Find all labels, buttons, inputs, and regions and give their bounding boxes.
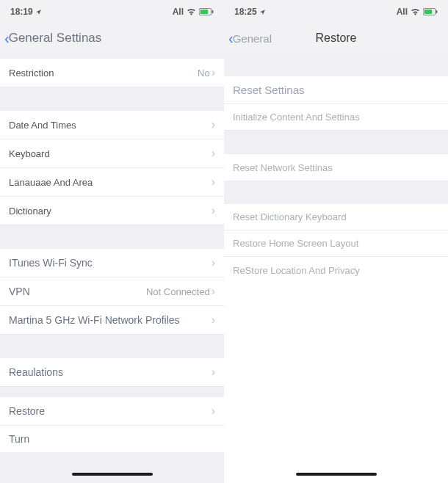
chevron-right-icon: › xyxy=(212,66,215,79)
right-phone: 18:25 All ‹ General Restore Reset Settin… xyxy=(224,0,448,483)
chevron-right-icon: › xyxy=(212,404,215,418)
row-label: Turn xyxy=(9,433,29,445)
row-label: Reaulations xyxy=(9,366,63,378)
row-vpn[interactable]: VPN Not Connected › xyxy=(0,277,224,306)
row-reset-network[interactable]: Reset Network Settinas xyxy=(224,154,448,181)
chevron-right-icon: › xyxy=(212,175,215,189)
nav-title: General Settinas xyxy=(9,31,102,46)
row-label: Restriction xyxy=(9,68,54,79)
row-datetime[interactable]: Date And Times › xyxy=(0,111,224,139)
row-label: Reset Network Settinas xyxy=(233,162,333,173)
row-label: Date And Times xyxy=(9,120,76,131)
row-itunes-sync[interactable]: ITunes Wi-Fi Sync › xyxy=(0,249,224,277)
chevron-right-icon: › xyxy=(212,256,215,269)
chevron-right-icon: › xyxy=(212,313,215,327)
row-label: Lanauaae And Area xyxy=(9,177,93,188)
left-phone: 18:19 All ‹ General Settinas Restriction… xyxy=(0,0,224,483)
battery-icon xyxy=(423,8,438,15)
wifi-icon xyxy=(411,8,420,15)
row-restore[interactable]: Restore › xyxy=(0,397,224,426)
carrier-label: All xyxy=(397,7,408,17)
svg-rect-1 xyxy=(200,10,209,14)
row-wifi-profile[interactable]: Martina 5 GHz Wi-Fi Network Profiles › xyxy=(0,306,224,335)
restore-list: Reset Settinas Initialize Content And Se… xyxy=(224,53,448,483)
row-label: Reset Dictionary Keyboard xyxy=(233,211,347,222)
row-initialize[interactable]: Initialize Content And Settinas xyxy=(224,104,448,131)
location-icon xyxy=(259,9,266,15)
home-indicator[interactable] xyxy=(72,473,153,476)
status-time: 18:19 xyxy=(10,7,33,17)
nav-title: Restore xyxy=(315,32,356,45)
wifi-icon xyxy=(187,8,196,15)
chevron-right-icon: › xyxy=(212,366,215,379)
row-value: No xyxy=(198,68,210,79)
back-button[interactable]: ‹ General xyxy=(228,30,272,47)
svg-rect-4 xyxy=(424,10,433,14)
row-keyboard[interactable]: Keyboard › xyxy=(0,139,224,168)
settings-list: Restriction No › Date And Times › Keyboa… xyxy=(0,53,224,483)
row-label: Reset Settinas xyxy=(233,84,305,96)
location-icon xyxy=(35,9,42,15)
carrier-label: All xyxy=(173,7,184,17)
status-bar: 18:25 All xyxy=(224,0,448,23)
row-restore-home[interactable]: Restore Home Screen Layout xyxy=(224,230,448,257)
row-label: ReStore Location And Privacy xyxy=(233,265,360,276)
chevron-right-icon: › xyxy=(212,285,215,298)
row-dictionary[interactable]: Dictionary › xyxy=(0,197,224,225)
row-turn[interactable]: Turn xyxy=(0,426,224,452)
nav-bar: ‹ General Restore xyxy=(224,23,448,53)
svg-rect-2 xyxy=(212,10,214,13)
row-restore-location[interactable]: ReStore Location And Privacy xyxy=(224,257,448,283)
nav-bar: ‹ General Settinas xyxy=(0,23,224,53)
home-indicator[interactable] xyxy=(296,473,377,476)
chevron-right-icon: › xyxy=(212,204,215,217)
row-language[interactable]: Lanauaae And Area › xyxy=(0,168,224,197)
row-reset-settings[interactable]: Reset Settinas xyxy=(224,76,448,104)
row-label: VPN xyxy=(9,286,30,297)
row-label: Restore Home Screen Layout xyxy=(233,238,358,249)
row-label: Restore xyxy=(9,405,45,417)
row-label: ITunes Wi-Fi Sync xyxy=(9,257,93,269)
row-label: Initialize Content And Settinas xyxy=(233,112,360,123)
battery-icon xyxy=(199,8,214,15)
back-label: General xyxy=(233,32,272,45)
row-regulations[interactable]: Reaulations › xyxy=(0,358,224,387)
row-reset-dictionary[interactable]: Reset Dictionary Keyboard xyxy=(224,204,448,230)
row-restriction[interactable]: Restriction No › xyxy=(0,59,224,87)
row-label: Keyboard xyxy=(9,148,50,159)
row-label: Martina 5 GHz Wi-Fi Network Profiles xyxy=(9,314,180,326)
svg-rect-5 xyxy=(436,10,438,13)
chevron-right-icon: › xyxy=(212,147,215,160)
row-label: Dictionary xyxy=(9,206,51,217)
status-bar: 18:19 All xyxy=(0,0,224,23)
status-time: 18:25 xyxy=(234,7,257,17)
row-value: Not Connected xyxy=(146,286,210,297)
chevron-right-icon: › xyxy=(212,118,215,131)
